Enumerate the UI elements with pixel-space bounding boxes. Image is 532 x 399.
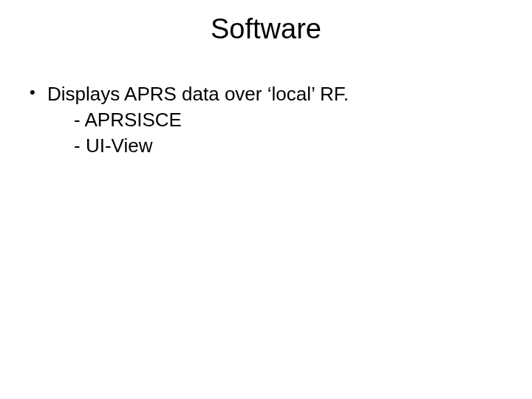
bullet-list: Displays APRS data over ‘local’ RF. - AP… bbox=[27, 81, 349, 159]
bullet-sub-aprsisce: - APRSISCE bbox=[47, 107, 349, 133]
bullet-item: Displays APRS data over ‘local’ RF. - AP… bbox=[27, 81, 349, 159]
bullet-main-text: Displays APRS data over ‘local’ RF. bbox=[47, 83, 349, 105]
slide-title: Software bbox=[0, 13, 532, 45]
bullet-sub-uiview: - UI-View bbox=[47, 133, 349, 159]
